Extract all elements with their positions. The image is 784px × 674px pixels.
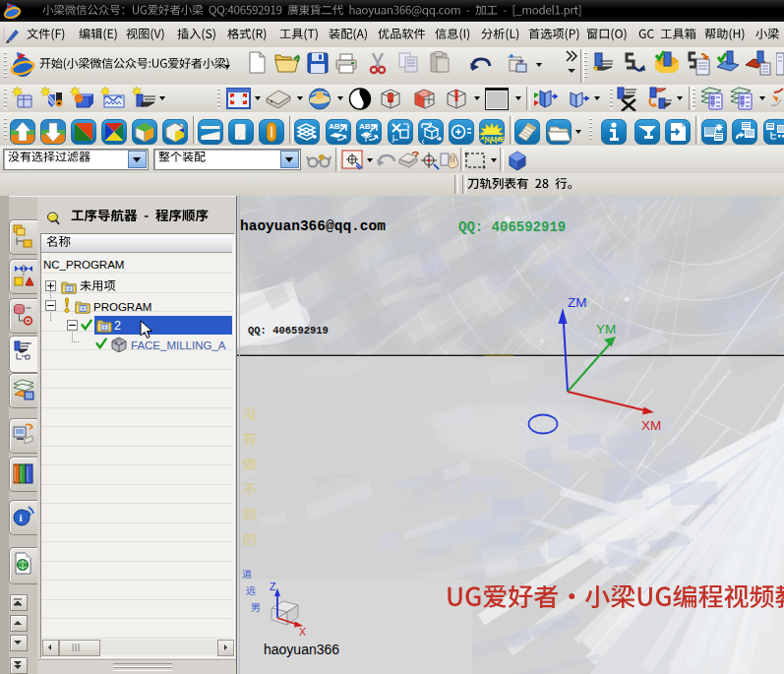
svg-text:ZM: ZM <box>568 295 587 310</box>
svg-text:NAME: NAME <box>485 136 506 143</box>
svg-text:i: i <box>20 512 23 523</box>
svg-text:x: x <box>392 138 394 144</box>
svg-text:ABS: ABS <box>329 122 346 131</box>
svg-text:Z: Z <box>270 581 276 592</box>
svg-text:YM: YM <box>596 322 616 337</box>
svg-text:ABS: ABS <box>359 122 377 131</box>
svg-text:x: x <box>407 124 410 130</box>
svg-text:X: X <box>299 626 306 638</box>
svg-text:XM: XM <box>641 418 661 433</box>
